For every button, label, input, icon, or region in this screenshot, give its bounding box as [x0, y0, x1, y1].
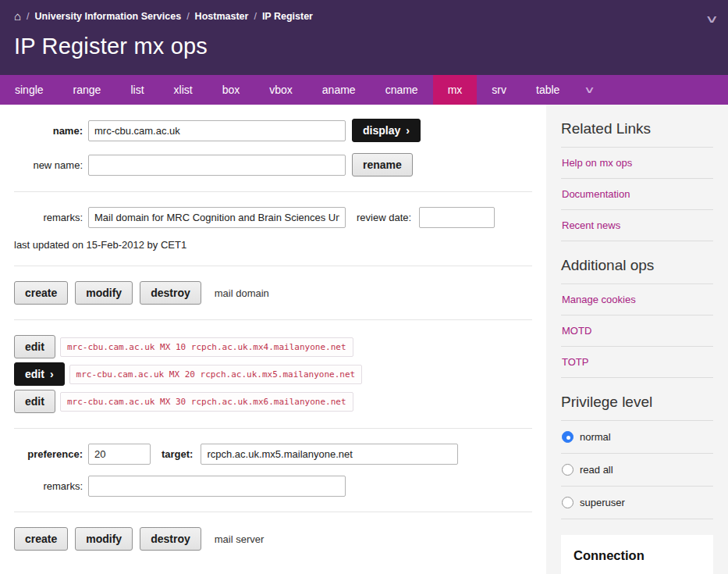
edit-mx-record-button-2[interactable]: edit ›: [14, 362, 65, 386]
tab-xlist[interactable]: xlist: [159, 75, 208, 105]
tab-box[interactable]: box: [208, 75, 255, 105]
name-input[interactable]: [88, 120, 346, 141]
radio-superuser[interactable]: [562, 497, 574, 508]
sidebar-link-documentation[interactable]: Documentation: [561, 179, 713, 209]
mx-record-text: mrc-cbu.cam.ac.uk MX 10 rcpch.ac.uk.mx4.…: [60, 337, 353, 357]
edit-button-label: edit: [25, 340, 44, 353]
tabs-overflow-chevron-down-icon[interactable]: ∨: [564, 75, 616, 105]
edit-button-label: edit: [25, 368, 44, 380]
rename-button[interactable]: rename: [352, 153, 413, 176]
page-title: IP Register mx ops: [14, 34, 714, 59]
page-header: ⌂ / University Information Services / Ho…: [0, 0, 728, 75]
related-links-heading: Related Links: [561, 120, 713, 137]
tab-range[interactable]: range: [59, 75, 116, 105]
display-button-label: display: [363, 124, 400, 137]
mail-domain-actions: create modify destroy mail domain: [14, 281, 532, 305]
tab-single[interactable]: single: [0, 75, 59, 105]
list-item: Recent news: [561, 210, 713, 241]
divider: [14, 319, 532, 320]
server-remarks-row: remarks:: [14, 476, 532, 497]
destroy-button-label: destroy: [151, 287, 190, 299]
new-name-input[interactable]: [88, 155, 346, 176]
breadcrumb-separator: /: [254, 11, 256, 22]
chevron-right-icon: ›: [406, 124, 410, 137]
radio-label: normal: [580, 431, 611, 443]
content: name: display › new name: rename remarks…: [0, 105, 728, 574]
mail-server-actions: create modify destroy mail server: [14, 527, 532, 551]
chevron-right-icon: ›: [50, 368, 54, 380]
breadcrumb-item-ip-register[interactable]: IP Register: [262, 11, 313, 22]
rename-button-label: rename: [363, 159, 402, 171]
destroy-mail-server-button[interactable]: destroy: [140, 527, 201, 551]
radio-label: superuser: [580, 497, 625, 508]
tab-mx[interactable]: mx: [433, 75, 478, 105]
preference-target-row: preference: target:: [14, 444, 532, 465]
mx-record-row: edit mrc-cbu.cam.ac.uk MX 10 rcpch.ac.uk…: [14, 335, 532, 358]
mx-record-text: mrc-cbu.cam.ac.uk MX 30 rcpch.ac.uk.mx6.…: [60, 392, 353, 412]
create-mail-server-button[interactable]: create: [14, 527, 68, 551]
mail-server-caption: mail server: [215, 533, 265, 545]
chevron-down-icon[interactable]: ∨: [705, 12, 719, 25]
privilege-option-normal[interactable]: normal: [561, 421, 713, 454]
name-row: name: display ›: [14, 119, 532, 142]
radio-read-all[interactable]: [562, 464, 574, 476]
tab-srv[interactable]: srv: [477, 75, 521, 105]
radio-normal[interactable]: [562, 431, 574, 443]
last-updated-text: last updated on 15-Feb-2012 by CET1: [14, 239, 532, 251]
mail-domain-caption: mail domain: [215, 287, 269, 299]
mx-record-row: edit mrc-cbu.cam.ac.uk MX 30 rcpch.ac.uk…: [14, 390, 532, 413]
tab-list[interactable]: list: [115, 75, 158, 105]
sidebar-link-totp[interactable]: TOTP: [561, 347, 713, 377]
ops-tab-bar: single range list xlist box vbox aname c…: [0, 75, 728, 105]
remarks-input[interactable]: [88, 207, 346, 228]
breadcrumb-separator: /: [27, 11, 29, 22]
sidebar-link-recent-news[interactable]: Recent news: [561, 210, 713, 241]
target-input[interactable]: [201, 444, 458, 465]
sidebar-link-motd[interactable]: MOTD: [561, 316, 713, 346]
target-label: target:: [162, 448, 193, 460]
review-date-input[interactable]: [419, 207, 495, 228]
radio-label: read all: [580, 464, 613, 476]
breadcrumb-separator: /: [186, 11, 189, 22]
create-mail-domain-button[interactable]: create: [14, 281, 68, 305]
destroy-mail-domain-button[interactable]: destroy: [140, 281, 201, 305]
modify-mail-server-button[interactable]: modify: [75, 527, 133, 551]
divider: [14, 428, 532, 429]
sidebar-link-manage-cookies[interactable]: Manage cookies: [561, 284, 713, 315]
breadcrumb-item-uis[interactable]: University Information Services: [35, 11, 182, 22]
home-icon[interactable]: ⌂: [14, 10, 21, 22]
sidebar: Related Links Help on mx ops Documentati…: [546, 105, 728, 574]
preference-input[interactable]: [88, 444, 151, 465]
additional-ops-list: Manage cookies MOTD TOTP: [561, 283, 713, 378]
edit-button-label: edit: [25, 395, 44, 408]
server-remarks-label: remarks:: [14, 480, 83, 492]
privilege-option-read-all[interactable]: read all: [561, 454, 713, 487]
divider: [14, 266, 532, 266]
preference-label: preference:: [14, 448, 83, 460]
new-name-label: new name:: [14, 159, 83, 171]
edit-mx-record-button-3[interactable]: edit: [14, 390, 55, 413]
tab-cname[interactable]: cname: [371, 75, 433, 105]
remarks-label: remarks:: [14, 212, 83, 223]
privilege-level-heading: Privilege level: [561, 394, 713, 411]
divider: [14, 191, 532, 192]
divider: [14, 512, 532, 512]
modify-button-label: modify: [86, 287, 122, 299]
breadcrumb-item-hostmaster[interactable]: Hostmaster: [195, 11, 249, 22]
list-item: Manage cookies: [561, 284, 713, 316]
new-name-row: new name: rename: [14, 153, 532, 176]
modify-mail-domain-button[interactable]: modify: [75, 281, 133, 305]
list-item: TOTP: [561, 347, 713, 378]
remarks-row: remarks: review date:: [14, 207, 532, 228]
connection-heading: Connection: [574, 548, 701, 563]
privilege-option-superuser[interactable]: superuser: [561, 487, 713, 519]
display-button[interactable]: display ›: [352, 119, 421, 142]
privilege-level-list: normal read all superuser: [561, 420, 713, 519]
tab-vbox[interactable]: vbox: [254, 75, 307, 105]
edit-mx-record-button-1[interactable]: edit: [14, 335, 55, 358]
sidebar-link-help-on-mx-ops[interactable]: Help on mx ops: [561, 148, 713, 178]
server-remarks-input[interactable]: [88, 476, 346, 497]
mx-record-row: edit › mrc-cbu.cam.ac.uk MX 20 rcpch.ac.…: [14, 362, 532, 386]
name-label: name:: [14, 125, 83, 137]
tab-aname[interactable]: aname: [307, 75, 371, 105]
